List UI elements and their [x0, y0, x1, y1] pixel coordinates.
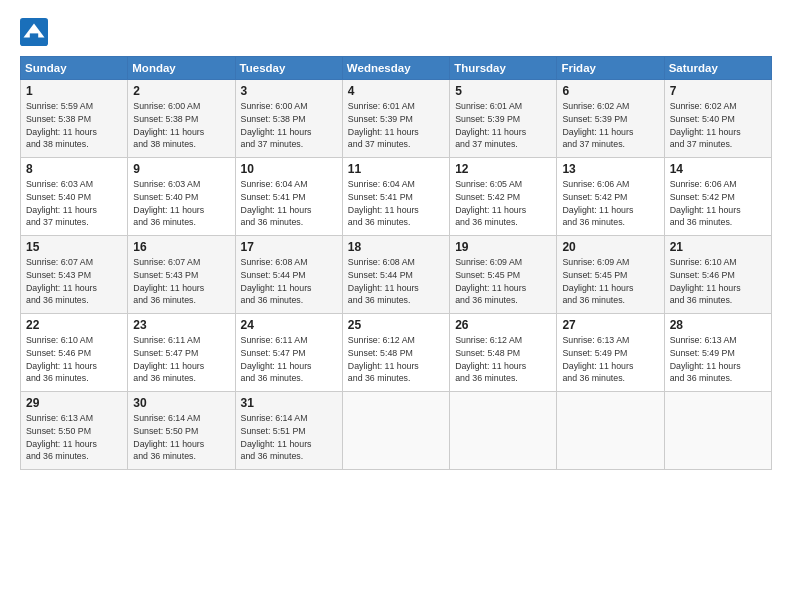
day-info: Sunrise: 6:08 AMSunset: 5:44 PMDaylight:…: [241, 256, 337, 307]
day-number: 25: [348, 318, 444, 332]
day-info: Sunrise: 6:12 AMSunset: 5:48 PMDaylight:…: [348, 334, 444, 385]
day-info: Sunrise: 6:00 AMSunset: 5:38 PMDaylight:…: [133, 100, 229, 151]
day-number: 1: [26, 84, 122, 98]
day-info: Sunrise: 6:04 AMSunset: 5:41 PMDaylight:…: [241, 178, 337, 229]
svg-rect-2: [30, 33, 38, 40]
header-day: Sunday: [21, 57, 128, 80]
day-number: 29: [26, 396, 122, 410]
day-number: 8: [26, 162, 122, 176]
calendar-cell: 22Sunrise: 6:10 AMSunset: 5:46 PMDayligh…: [21, 314, 128, 392]
calendar-cell: 8Sunrise: 6:03 AMSunset: 5:40 PMDaylight…: [21, 158, 128, 236]
calendar-cell: 25Sunrise: 6:12 AMSunset: 5:48 PMDayligh…: [342, 314, 449, 392]
calendar-cell: [664, 392, 771, 470]
calendar-table: SundayMondayTuesdayWednesdayThursdayFrid…: [20, 56, 772, 470]
calendar-cell: 1Sunrise: 5:59 AMSunset: 5:38 PMDaylight…: [21, 80, 128, 158]
logo-icon: [20, 18, 48, 46]
day-info: Sunrise: 6:08 AMSunset: 5:44 PMDaylight:…: [348, 256, 444, 307]
day-number: 16: [133, 240, 229, 254]
day-number: 9: [133, 162, 229, 176]
calendar-cell: 9Sunrise: 6:03 AMSunset: 5:40 PMDaylight…: [128, 158, 235, 236]
day-number: 17: [241, 240, 337, 254]
calendar-cell: 15Sunrise: 6:07 AMSunset: 5:43 PMDayligh…: [21, 236, 128, 314]
calendar-cell: 18Sunrise: 6:08 AMSunset: 5:44 PMDayligh…: [342, 236, 449, 314]
day-info: Sunrise: 6:02 AMSunset: 5:39 PMDaylight:…: [562, 100, 658, 151]
calendar-cell: 6Sunrise: 6:02 AMSunset: 5:39 PMDaylight…: [557, 80, 664, 158]
calendar-cell: 7Sunrise: 6:02 AMSunset: 5:40 PMDaylight…: [664, 80, 771, 158]
day-info: Sunrise: 6:01 AMSunset: 5:39 PMDaylight:…: [348, 100, 444, 151]
day-number: 7: [670, 84, 766, 98]
calendar-week: 22Sunrise: 6:10 AMSunset: 5:46 PMDayligh…: [21, 314, 772, 392]
calendar-cell: 24Sunrise: 6:11 AMSunset: 5:47 PMDayligh…: [235, 314, 342, 392]
calendar-cell: 26Sunrise: 6:12 AMSunset: 5:48 PMDayligh…: [450, 314, 557, 392]
day-number: 22: [26, 318, 122, 332]
header-area: [20, 18, 772, 46]
calendar-cell: 10Sunrise: 6:04 AMSunset: 5:41 PMDayligh…: [235, 158, 342, 236]
day-info: Sunrise: 6:13 AMSunset: 5:49 PMDaylight:…: [562, 334, 658, 385]
day-info: Sunrise: 6:03 AMSunset: 5:40 PMDaylight:…: [26, 178, 122, 229]
calendar-week: 8Sunrise: 6:03 AMSunset: 5:40 PMDaylight…: [21, 158, 772, 236]
day-number: 2: [133, 84, 229, 98]
day-number: 18: [348, 240, 444, 254]
day-info: Sunrise: 6:03 AMSunset: 5:40 PMDaylight:…: [133, 178, 229, 229]
day-number: 19: [455, 240, 551, 254]
calendar-cell: 4Sunrise: 6:01 AMSunset: 5:39 PMDaylight…: [342, 80, 449, 158]
calendar-week: 29Sunrise: 6:13 AMSunset: 5:50 PMDayligh…: [21, 392, 772, 470]
day-number: 27: [562, 318, 658, 332]
calendar-cell: [342, 392, 449, 470]
day-number: 24: [241, 318, 337, 332]
day-info: Sunrise: 6:07 AMSunset: 5:43 PMDaylight:…: [133, 256, 229, 307]
calendar-cell: 16Sunrise: 6:07 AMSunset: 5:43 PMDayligh…: [128, 236, 235, 314]
day-number: 13: [562, 162, 658, 176]
day-info: Sunrise: 6:13 AMSunset: 5:50 PMDaylight:…: [26, 412, 122, 463]
day-info: Sunrise: 6:14 AMSunset: 5:51 PMDaylight:…: [241, 412, 337, 463]
calendar-cell: 23Sunrise: 6:11 AMSunset: 5:47 PMDayligh…: [128, 314, 235, 392]
page: SundayMondayTuesdayWednesdayThursdayFrid…: [0, 0, 792, 612]
calendar-cell: 31Sunrise: 6:14 AMSunset: 5:51 PMDayligh…: [235, 392, 342, 470]
day-number: 14: [670, 162, 766, 176]
calendar-cell: 30Sunrise: 6:14 AMSunset: 5:50 PMDayligh…: [128, 392, 235, 470]
day-number: 30: [133, 396, 229, 410]
day-info: Sunrise: 6:11 AMSunset: 5:47 PMDaylight:…: [241, 334, 337, 385]
calendar-week: 1Sunrise: 5:59 AMSunset: 5:38 PMDaylight…: [21, 80, 772, 158]
calendar-cell: 21Sunrise: 6:10 AMSunset: 5:46 PMDayligh…: [664, 236, 771, 314]
calendar-cell: [450, 392, 557, 470]
day-info: Sunrise: 6:07 AMSunset: 5:43 PMDaylight:…: [26, 256, 122, 307]
header-day: Thursday: [450, 57, 557, 80]
day-number: 6: [562, 84, 658, 98]
day-number: 10: [241, 162, 337, 176]
day-info: Sunrise: 6:09 AMSunset: 5:45 PMDaylight:…: [455, 256, 551, 307]
day-info: Sunrise: 6:06 AMSunset: 5:42 PMDaylight:…: [562, 178, 658, 229]
calendar-cell: 17Sunrise: 6:08 AMSunset: 5:44 PMDayligh…: [235, 236, 342, 314]
day-info: Sunrise: 6:10 AMSunset: 5:46 PMDaylight:…: [670, 256, 766, 307]
day-info: Sunrise: 6:13 AMSunset: 5:49 PMDaylight:…: [670, 334, 766, 385]
calendar-cell: 19Sunrise: 6:09 AMSunset: 5:45 PMDayligh…: [450, 236, 557, 314]
day-number: 11: [348, 162, 444, 176]
day-info: Sunrise: 6:09 AMSunset: 5:45 PMDaylight:…: [562, 256, 658, 307]
day-info: Sunrise: 5:59 AMSunset: 5:38 PMDaylight:…: [26, 100, 122, 151]
day-info: Sunrise: 6:12 AMSunset: 5:48 PMDaylight:…: [455, 334, 551, 385]
calendar-cell: 13Sunrise: 6:06 AMSunset: 5:42 PMDayligh…: [557, 158, 664, 236]
calendar-cell: 5Sunrise: 6:01 AMSunset: 5:39 PMDaylight…: [450, 80, 557, 158]
header-day: Wednesday: [342, 57, 449, 80]
day-info: Sunrise: 6:11 AMSunset: 5:47 PMDaylight:…: [133, 334, 229, 385]
calendar-cell: 27Sunrise: 6:13 AMSunset: 5:49 PMDayligh…: [557, 314, 664, 392]
day-info: Sunrise: 6:05 AMSunset: 5:42 PMDaylight:…: [455, 178, 551, 229]
header-day: Monday: [128, 57, 235, 80]
day-info: Sunrise: 6:06 AMSunset: 5:42 PMDaylight:…: [670, 178, 766, 229]
day-number: 15: [26, 240, 122, 254]
calendar-cell: 12Sunrise: 6:05 AMSunset: 5:42 PMDayligh…: [450, 158, 557, 236]
logo: [20, 18, 52, 46]
calendar-cell: 3Sunrise: 6:00 AMSunset: 5:38 PMDaylight…: [235, 80, 342, 158]
calendar-cell: 2Sunrise: 6:00 AMSunset: 5:38 PMDaylight…: [128, 80, 235, 158]
day-info: Sunrise: 6:00 AMSunset: 5:38 PMDaylight:…: [241, 100, 337, 151]
day-info: Sunrise: 6:02 AMSunset: 5:40 PMDaylight:…: [670, 100, 766, 151]
day-info: Sunrise: 6:10 AMSunset: 5:46 PMDaylight:…: [26, 334, 122, 385]
day-number: 28: [670, 318, 766, 332]
day-number: 5: [455, 84, 551, 98]
day-info: Sunrise: 6:01 AMSunset: 5:39 PMDaylight:…: [455, 100, 551, 151]
header-row: SundayMondayTuesdayWednesdayThursdayFrid…: [21, 57, 772, 80]
calendar-cell: 20Sunrise: 6:09 AMSunset: 5:45 PMDayligh…: [557, 236, 664, 314]
day-info: Sunrise: 6:14 AMSunset: 5:50 PMDaylight:…: [133, 412, 229, 463]
calendar-cell: 29Sunrise: 6:13 AMSunset: 5:50 PMDayligh…: [21, 392, 128, 470]
day-info: Sunrise: 6:04 AMSunset: 5:41 PMDaylight:…: [348, 178, 444, 229]
